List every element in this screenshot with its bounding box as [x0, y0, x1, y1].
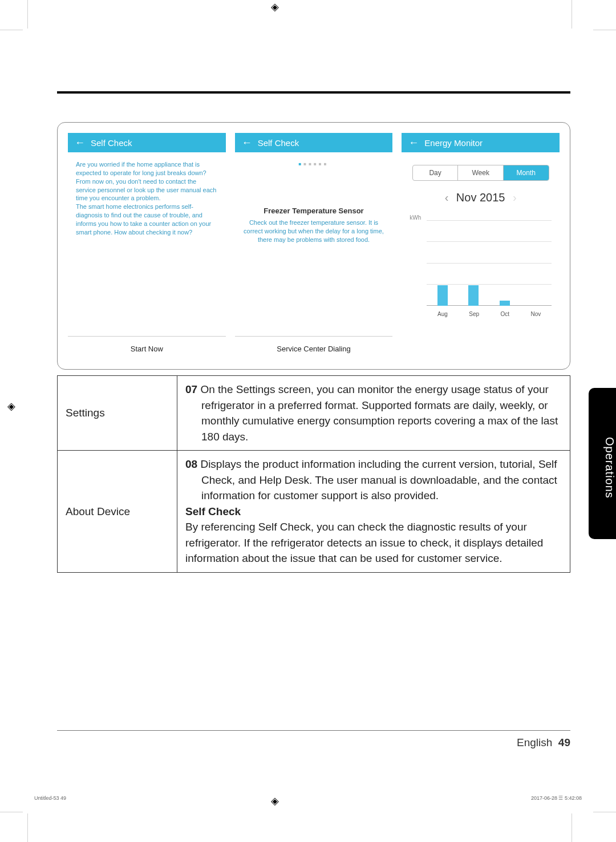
- print-footer-right: 2017-06-28 ☰ 5:42:08: [531, 795, 582, 801]
- chart-xtick: Oct: [500, 311, 509, 317]
- section-tab-operations: Operations: [589, 388, 616, 539]
- row-content-about-device: 08 Displays the product information incl…: [177, 451, 570, 573]
- sensor-title: Freezer Temperature Sensor: [240, 207, 388, 215]
- chart-xtick: Aug: [437, 311, 448, 317]
- table-row: About Device 08 Displays the product inf…: [58, 451, 570, 573]
- header-rule: [57, 91, 570, 94]
- page-footer: English 49: [57, 730, 570, 749]
- screen-title: Self Check: [258, 138, 299, 148]
- screen-selfcheck-intro: ← Self Check Are you worried if the home…: [68, 133, 226, 361]
- start-now-button[interactable]: Start Now: [68, 336, 226, 361]
- chevron-right-icon[interactable]: ›: [513, 191, 517, 204]
- chevron-left-icon[interactable]: ‹: [445, 191, 449, 204]
- back-icon[interactable]: ←: [242, 137, 252, 148]
- footer-language: English: [517, 736, 552, 748]
- screen-header: ← Energy Monitor: [402, 133, 560, 152]
- screen-title: Energy Monitor: [424, 138, 483, 148]
- sensor-description: Check out the freezer temperature sensor…: [240, 218, 388, 244]
- back-icon[interactable]: ←: [75, 137, 85, 148]
- energy-chart: kWh AugSepOctNov: [406, 214, 555, 317]
- screen-selfcheck-result: ← Self Check ■■■■■■ Freezer Temperature …: [235, 133, 393, 361]
- chart-xtick: Nov: [530, 311, 541, 317]
- chart-ylabel: kWh: [410, 214, 421, 221]
- chart-bar: [468, 285, 479, 306]
- info-table: Settings 07 On the Settings screen, you …: [57, 375, 570, 573]
- chart-xtick: Sep: [469, 311, 479, 317]
- screen-header: ← Self Check: [235, 133, 393, 152]
- chart-bar: [437, 285, 448, 306]
- chart-bar: [500, 301, 510, 306]
- period-navigator: ‹ Nov 2015 ›: [406, 191, 555, 204]
- screenshot-panel: ← Self Check Are you worried if the home…: [57, 122, 570, 370]
- back-icon[interactable]: ←: [408, 137, 419, 148]
- registration-mark-icon: ◈: [268, 794, 282, 808]
- period-tabs: Day Week Month: [412, 165, 549, 181]
- selfcheck-description: Are you worried if the home appliance th…: [72, 158, 221, 239]
- service-center-dialing-button[interactable]: Service Center Dialing: [235, 336, 393, 361]
- screen-header: ← Self Check: [68, 133, 226, 152]
- registration-mark-icon: ◈: [268, 0, 282, 14]
- print-footer-left: Untitled-53 49: [34, 795, 66, 801]
- subheading-selfcheck: Self Check: [185, 504, 562, 520]
- row-label-settings: Settings: [58, 376, 177, 451]
- row-content-settings: 07 On the Settings screen, you can monit…: [177, 376, 570, 451]
- period-label: Nov 2015: [456, 191, 505, 204]
- row-label-about-device: About Device: [58, 451, 177, 573]
- page-indicator-icon: ■■■■■■: [240, 161, 388, 167]
- tab-day[interactable]: Day: [413, 165, 459, 180]
- footer-page-number: 49: [558, 736, 570, 748]
- registration-mark-icon: ◈: [5, 399, 18, 413]
- chart-xticks: AugSepOctNov: [427, 311, 552, 317]
- tab-month[interactable]: Month: [504, 165, 549, 180]
- table-row: Settings 07 On the Settings screen, you …: [58, 376, 570, 451]
- screen-energy-monitor: ← Energy Monitor Day Week Month ‹ Nov 20…: [402, 133, 560, 361]
- screen-title: Self Check: [91, 138, 132, 148]
- tab-week[interactable]: Week: [458, 165, 504, 180]
- chart-bars: [427, 220, 552, 306]
